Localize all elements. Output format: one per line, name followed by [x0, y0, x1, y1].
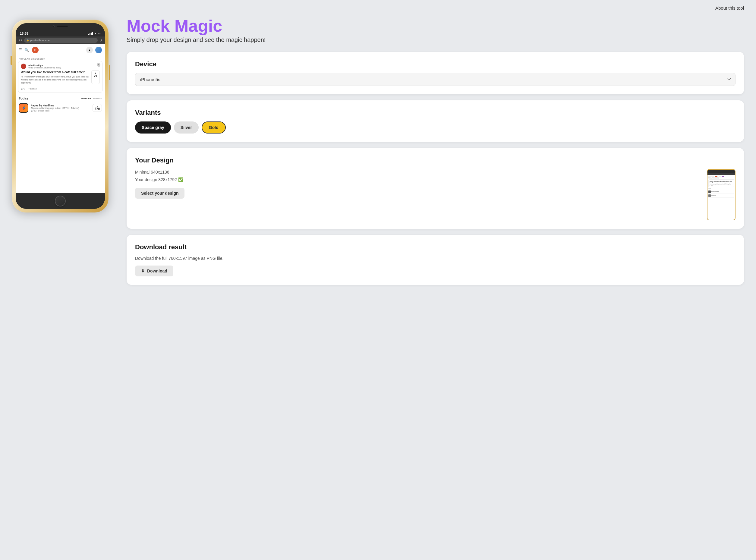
iphone-outer-shell: 15:39 ▲ ▭ AA: [12, 20, 108, 213]
phone-content: ☰ 🔍 P ▲ POPULAR DISCUSSION ✕: [16, 44, 105, 193]
about-link[interactable]: About this tool: [715, 5, 744, 11]
today-tabs: POPULAR NEWEST: [81, 97, 102, 99]
close-card-icon[interactable]: ✕: [97, 63, 100, 66]
download-description: Download the full 760x1597 image as PNG …: [135, 256, 736, 261]
reload-icon: ↺: [99, 39, 102, 42]
tab-popular[interactable]: POPULAR: [81, 97, 91, 99]
device-card-title: Device: [135, 60, 736, 68]
design-preview-thumbnail: POPULAR DISCUSSION Would you like to wor…: [707, 169, 736, 220]
post-author-info: advait vaidya PM by profession, develope…: [28, 64, 61, 69]
design-info: Minimal 640x1136 Your design 828x1792 ✅ …: [135, 169, 701, 199]
post-vote-box[interactable]: ▲ 21: [91, 70, 100, 84]
browser-aa-icon: AA: [19, 39, 22, 42]
top-bar: About this tool: [0, 0, 756, 11]
main-layout: 15:39 ▲ ▭ AA: [0, 11, 756, 297]
post-card-header: advait vaidya PM by profession, develope…: [21, 64, 100, 69]
product-description: AI-powered landing page builder (GPT-3 +…: [31, 107, 90, 109]
design-card: Your Design Minimal 640x1136 Your design…: [126, 148, 744, 229]
side-button-left: [11, 56, 12, 65]
browser-bar: AA 🔒 producthunt.com ↺: [16, 37, 105, 44]
device-select[interactable]: iPhone 5s iPhone 6 iPhone X Samsung Gala…: [135, 73, 736, 86]
phone-camera: [53, 25, 55, 27]
product-info: Pages by Headlime AI-powered landing pag…: [31, 104, 90, 112]
lock-icon: 🔒: [26, 39, 29, 42]
download-card-title: Download result: [135, 243, 736, 251]
phone-speaker: [57, 26, 68, 27]
design-spec-minimal: Minimal 640x1136: [135, 169, 701, 175]
design-card-title: Your Design: [135, 156, 736, 164]
post-card: ✕ advait vaidya PM by profession, develo…: [18, 61, 102, 93]
dp-list-item-1: Pages by Headlime: [709, 190, 734, 194]
dp-list-item-2: Senior Flex: [709, 194, 734, 198]
product-thumbnail: 🦸: [19, 103, 28, 113]
url-text: producthunt.com: [30, 39, 50, 42]
upvote-icon: ▲: [86, 47, 93, 53]
comment-icon: 💬: [21, 88, 23, 90]
design-card-inner: Minimal 640x1136 Your design 828x1792 ✅ …: [135, 169, 736, 220]
dp-nav: [709, 176, 734, 177]
today-header: Today POPULAR NEWEST: [16, 95, 105, 101]
dp-section-label: POPULAR DISCUSSION: [709, 178, 734, 179]
variants-row: Space gray Silver Gold: [135, 121, 736, 134]
product-vote-count: 370: [95, 107, 100, 111]
phone-status-bar: 15:39 ▲ ▭: [16, 30, 105, 37]
post-author-avatar: [21, 64, 26, 69]
producthunt-logo: P: [32, 47, 39, 53]
variants-card-title: Variants: [135, 109, 736, 117]
ph-list-item: 🦸 Pages by Headlime AI-powered landing p…: [16, 101, 105, 115]
dp-post-card: Would you like to work from a cafe full …: [709, 179, 734, 187]
ph-nav: ☰ 🔍 P ▲: [16, 44, 105, 56]
vote-count: 21: [94, 75, 97, 78]
post-card-body: Would you like to work from a cafe full …: [21, 70, 100, 84]
hamburger-menu-icon: ☰: [19, 48, 22, 52]
app-subtitle: Simply drop your design and see the magi…: [126, 37, 744, 43]
download-button[interactable]: ⬇ Download: [135, 265, 173, 276]
post-title: Would you like to work from a cafe full …: [21, 70, 89, 74]
post-description: Hi, I'm currently shifting to a full tim…: [21, 75, 89, 84]
download-card: Download result Download the full 760x15…: [126, 235, 744, 285]
browser-url-bar: 🔒 producthunt.com: [24, 38, 98, 43]
download-icon: ⬇: [141, 268, 145, 273]
post-card-footer: 💬 4 ↩ REPLY: [21, 86, 100, 90]
post-author-subtitle: PM by profession, developer by hobby.: [28, 66, 61, 69]
user-avatar: [95, 47, 102, 53]
battery-icon: ▭: [98, 32, 101, 35]
phone-mockup: 15:39 ▲ ▭ AA: [12, 17, 108, 213]
tab-newest[interactable]: NEWEST: [93, 97, 102, 99]
variant-silver-button[interactable]: Silver: [174, 121, 199, 134]
right-panel: Mock Magic Simply drop your design and s…: [126, 17, 744, 285]
device-card: Device iPhone 5s iPhone 6 iPhone X Samsu…: [126, 52, 744, 94]
dp-status-bar: [708, 170, 735, 173]
comments-count: 💬 4: [21, 88, 25, 90]
popular-discussion-label: POPULAR DISCUSSION: [16, 56, 105, 61]
variants-card: Variants Space gray Silver Gold: [126, 100, 744, 142]
home-button[interactable]: [55, 196, 66, 206]
dp-content: POPULAR DISCUSSION Would you like to wor…: [708, 175, 735, 220]
product-thumb-inner: 🦸: [19, 104, 28, 112]
design-spec-your-design: Your design 828x1792 ✅: [135, 177, 701, 183]
product-meta: 💬 52 Design Tools: [31, 110, 90, 112]
app-title: Mock Magic: [126, 17, 744, 35]
phone-bottom: [16, 193, 105, 209]
post-author-name: advait vaidya: [28, 64, 61, 66]
product-vote-arrow: ▲: [96, 105, 98, 107]
reply-btn[interactable]: ↩ REPLY: [28, 88, 37, 90]
variant-space-gray-button[interactable]: Space gray: [135, 121, 171, 134]
reply-icon: ↩: [28, 88, 29, 90]
product-comments-icon: 💬: [31, 110, 34, 112]
select-design-button[interactable]: Select your design: [135, 188, 184, 199]
search-icon: 🔍: [24, 48, 29, 52]
phone-status-icons: ▲ ▭: [88, 32, 101, 35]
dp-browser-bar: [708, 173, 735, 175]
signal-bars-icon: [88, 32, 93, 35]
iphone-inner: 15:39 ▲ ▭ AA: [16, 23, 105, 209]
product-vote[interactable]: ▲ 370: [93, 104, 102, 112]
vote-arrow-icon: ▲: [94, 72, 97, 75]
download-btn-label: Download: [147, 268, 167, 273]
wifi-icon: ▲: [94, 32, 97, 35]
variant-gold-button[interactable]: Gold: [202, 121, 226, 134]
today-title: Today: [19, 97, 28, 100]
product-name: Pages by Headlime: [31, 104, 90, 107]
post-card-text: Would you like to work from a cafe full …: [21, 70, 89, 84]
phone-time: 15:39: [20, 32, 28, 35]
